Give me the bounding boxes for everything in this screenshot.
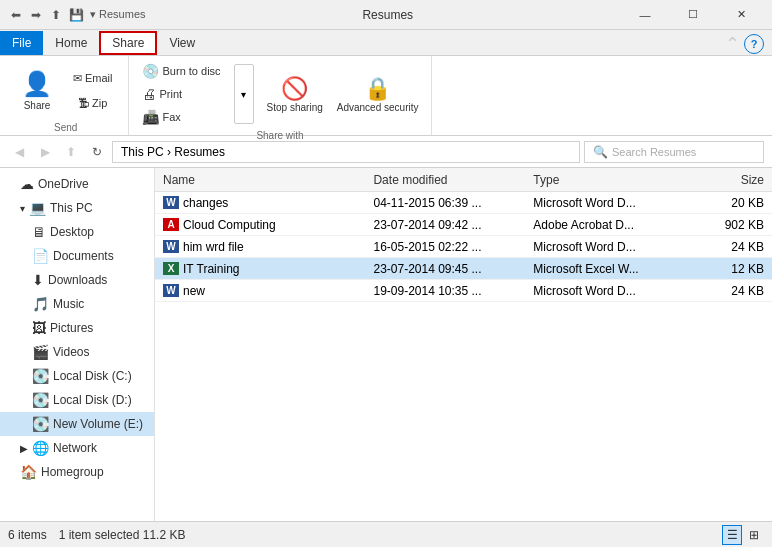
maximize-button[interactable]: ☐ [670, 0, 716, 30]
sidebar-item-documents[interactable]: 📄 Documents [0, 244, 154, 268]
sidebar-label-homegroup: Homegroup [41, 465, 104, 479]
help-button[interactable]: ? [744, 34, 764, 54]
sidebar-item-homegroup[interactable]: 🏠 Homegroup [0, 460, 154, 484]
window-title: Resumes [154, 8, 622, 22]
table-row[interactable]: W new 19-09-2014 10:35 ... Microsoft Wor… [155, 280, 772, 302]
file-date-himwrd: 16-05-2015 02:22 ... [365, 240, 525, 254]
save-icon: 💾 [68, 7, 84, 23]
file-list: Name Date modified Type Size W changes 0… [155, 168, 772, 521]
print-button[interactable]: 🖨 Print [137, 83, 226, 105]
stop-adv-group: 🚫 Stop sharing 🔒 Advanced security [262, 60, 424, 128]
large-icons-view-button[interactable]: ⊞ [744, 525, 764, 545]
file-icon-new: W [163, 284, 179, 297]
share-options: 💿 Burn to disc 🖨 Print 📠 Fax [137, 60, 226, 128]
file-icon-himwrd: W [163, 240, 179, 253]
up-nav-button[interactable]: ⬆ [60, 141, 82, 163]
sidebar-item-locald[interactable]: 💽 Local Disk (D:) [0, 388, 154, 412]
item-count: 6 items [8, 528, 47, 542]
sidebar-item-music[interactable]: 🎵 Music [0, 292, 154, 316]
col-header-date[interactable]: Date modified [365, 173, 525, 187]
print-icon: 🖨 [142, 86, 156, 102]
expand-ribbon-icon[interactable]: ⌃ [725, 33, 740, 55]
address-path[interactable]: This PC › Resumes [112, 141, 580, 163]
stop-sharing-icon: 🚫 [281, 76, 308, 102]
zip-button[interactable]: 🗜 Zip [66, 92, 120, 114]
file-name-cloudcomputing: A Cloud Computing [155, 218, 365, 232]
current-folder-name: ▾ Resumes [90, 8, 146, 21]
file-name-new: W new [155, 284, 365, 298]
sidebar-item-thispc[interactable]: ▾ 💻 This PC [0, 196, 154, 220]
details-view-button[interactable]: ☰ [722, 525, 742, 545]
ribbon-group-send: 👤 Share ✉ Email 🗜 Zip Send [4, 56, 129, 135]
search-box[interactable]: 🔍 Search Resumes [584, 141, 764, 163]
up-icon: ⬆ [48, 7, 64, 23]
sidebar-item-downloads[interactable]: ⬇ Downloads [0, 268, 154, 292]
sidebar-item-localc[interactable]: 💽 Local Disk (C:) [0, 364, 154, 388]
table-row[interactable]: W him wrd file 16-05-2015 02:22 ... Micr… [155, 236, 772, 258]
sidebar-item-pictures[interactable]: 🖼 Pictures [0, 316, 154, 340]
file-size-ittraining: 12 KB [685, 262, 772, 276]
share-with-label: Share with [137, 130, 424, 141]
sidebar-item-desktop[interactable]: 🖥 Desktop [0, 220, 154, 244]
selected-info: 1 item selected 11.2 KB [59, 528, 186, 542]
burn-to-disc-button[interactable]: 💿 Burn to disc [137, 60, 226, 82]
send-group-content: 👤 Share ✉ Email 🗜 Zip [12, 60, 120, 120]
tab-share[interactable]: Share [99, 31, 157, 55]
details-view-icon: ☰ [727, 528, 738, 542]
lock-icon: 🔒 [364, 76, 391, 102]
sidebar-item-newe[interactable]: 💽 New Volume (E:) [0, 412, 154, 436]
file-name-himwrd: W him wrd file [155, 240, 365, 254]
thispc-icon: 💻 [29, 200, 46, 216]
share-icon: 👤 [22, 70, 52, 98]
close-button[interactable]: ✕ [718, 0, 764, 30]
file-date-cloudcomputing: 23-07-2014 09:42 ... [365, 218, 525, 232]
advanced-security-button[interactable]: 🔒 Advanced security [332, 60, 424, 128]
refresh-nav-button[interactable]: ↻ [86, 141, 108, 163]
zip-icon: 🗜 [78, 97, 89, 109]
file-type-cloudcomputing: Adobe Acrobat D... [525, 218, 685, 232]
minimize-button[interactable]: — [622, 0, 668, 30]
table-row[interactable]: W changes 04-11-2015 06:39 ... Microsoft… [155, 192, 772, 214]
sidebar-label-videos: Videos [53, 345, 89, 359]
col-header-type[interactable]: Type [525, 173, 685, 187]
share-button[interactable]: 👤 Share [12, 65, 62, 116]
share-label: Share [24, 100, 51, 111]
address-path-text: This PC › Resumes [121, 145, 225, 159]
address-bar: ◀ ▶ ⬆ ↻ This PC › Resumes 🔍 Search Resum… [0, 136, 772, 168]
forward-nav-button[interactable]: ▶ [34, 141, 56, 163]
sidebar-item-onedrive[interactable]: ☁ OneDrive [0, 172, 154, 196]
sidebar-label-localc: Local Disk (C:) [53, 369, 132, 383]
back-nav-button[interactable]: ◀ [8, 141, 30, 163]
stop-sharing-button[interactable]: 🚫 Stop sharing [262, 60, 328, 128]
tab-file[interactable]: File [0, 31, 43, 55]
arrow-separator: ▾ [230, 60, 258, 128]
table-row[interactable]: A Cloud Computing 23-07-2014 09:42 ... A… [155, 214, 772, 236]
sidebar-item-videos[interactable]: 🎬 Videos [0, 340, 154, 364]
fax-button[interactable]: 📠 Fax [137, 106, 226, 128]
sidebar-label-downloads: Downloads [48, 273, 107, 287]
homegroup-icon: 🏠 [20, 464, 37, 480]
sidebar-item-network[interactable]: ▶ 🌐 Network [0, 436, 154, 460]
quick-access-area: ⌃ ? [207, 33, 772, 55]
email-icon: ✉ [73, 72, 82, 85]
ribbon-tabs: File Home Share View ⌃ ? [0, 30, 772, 56]
table-row[interactable]: X IT Training 23-07-2014 09:45 ... Micro… [155, 258, 772, 280]
sidebar-label-network: Network [53, 441, 97, 455]
sidebar-label-newe: New Volume (E:) [53, 417, 143, 431]
tab-home[interactable]: Home [43, 31, 99, 55]
burn-icon: 💿 [142, 63, 159, 79]
email-button[interactable]: ✉ Email [66, 67, 120, 90]
col-header-size[interactable]: Size [685, 173, 772, 187]
col-header-name[interactable]: Name [155, 173, 365, 187]
scroll-arrow[interactable]: ▾ [234, 64, 254, 124]
file-type-ittraining: Microsoft Excel W... [525, 262, 685, 276]
email-zip-group: ✉ Email 🗜 Zip [66, 67, 120, 114]
pictures-icon: 🖼 [32, 320, 46, 336]
file-date-changes: 04-11-2015 06:39 ... [365, 196, 525, 210]
window-controls[interactable]: — ☐ ✕ [622, 0, 764, 30]
file-size-cloudcomputing: 902 KB [685, 218, 772, 232]
tab-view[interactable]: View [157, 31, 207, 55]
sidebar-label-thispc: This PC [50, 201, 93, 215]
file-name-changes: W changes [155, 196, 365, 210]
sidebar-label-pictures: Pictures [50, 321, 93, 335]
